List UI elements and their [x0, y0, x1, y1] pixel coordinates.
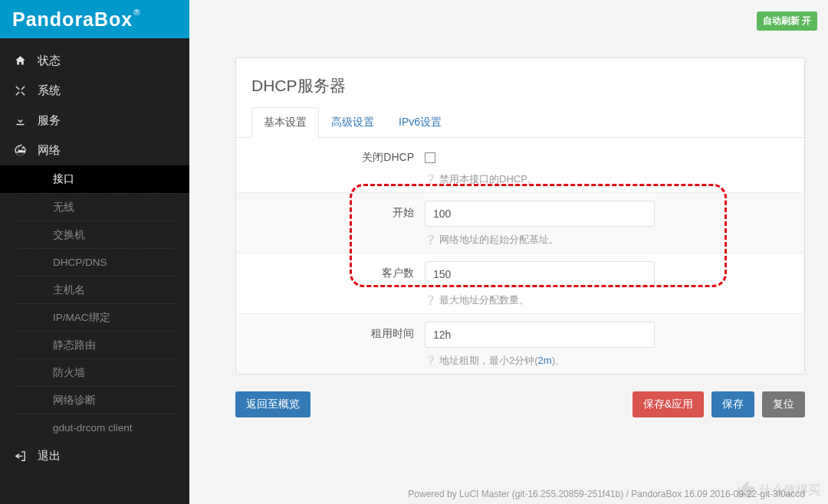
home-icon [14, 54, 27, 67]
footer-text: Powered by LuCI Master (git-16.255.20859… [408, 489, 805, 499]
globe-icon [14, 144, 27, 157]
label-start: 开始 [259, 201, 425, 220]
subnav-dhcp-dns[interactable]: DHCP/DNS [15, 248, 176, 276]
hint-disable: ❔禁用本接口的DHCP。 [425, 172, 781, 186]
subnav-firewall[interactable]: 防火墙 [15, 358, 176, 386]
sidebar: PandoraBox® 状态 系统 服务 网络 接口 无线 交换机 [0, 0, 189, 504]
actions: 返回至概览 保存&应用 保存 复位 [235, 391, 805, 417]
reset-button[interactable]: 复位 [762, 391, 805, 417]
subnav-wireless[interactable]: 无线 [15, 193, 176, 221]
tabs: 基本设置 高级设置 IPv6设置 [236, 107, 804, 138]
nav-services-label: 服务 [38, 113, 61, 128]
logo-bar[interactable]: PandoraBox® [0, 0, 189, 38]
save-apply-button[interactable]: 保存&应用 [632, 391, 704, 417]
subnav-ip-mac[interactable]: IP/MAC绑定 [15, 303, 176, 331]
panel-title: DHCP服务器 [236, 58, 804, 107]
download-icon [14, 114, 27, 127]
nav: 状态 系统 服务 网络 接口 无线 交换机 DHCP/DNS 主机名 IP/MA… [0, 38, 189, 504]
lease-link[interactable]: 2m [538, 355, 552, 366]
auto-refresh-button[interactable]: 自动刷新 开 [757, 11, 817, 31]
tools-icon [14, 84, 27, 97]
label-disable-dhcp: 关闭DHCP [259, 146, 425, 165]
brand-name: PandoraBox® [12, 8, 140, 31]
nav-status-label: 状态 [38, 54, 61, 68]
label-lease: 租用时间 [259, 322, 425, 341]
help-icon: ❔ [425, 355, 436, 366]
subnav-switch[interactable]: 交换机 [15, 221, 176, 248]
nav-system[interactable]: 系统 [0, 76, 189, 106]
subnav-diagnostics[interactable]: 网络诊断 [15, 386, 176, 414]
subnav-network: 接口 无线 交换机 DHCP/DNS 主机名 IP/MAC绑定 静态路由 防火墙… [0, 165, 189, 441]
logout-icon [14, 450, 27, 463]
subnav-gdut-drcom[interactable]: gdut-drcom client [15, 414, 176, 441]
subnav-interfaces[interactable]: 接口 [0, 165, 189, 193]
nav-status[interactable]: 状态 [0, 46, 189, 76]
tab-advanced[interactable]: 高级设置 [319, 107, 386, 138]
nav-network-label: 网络 [38, 143, 61, 158]
main: 自动刷新 开 DHCP服务器 基本设置 高级设置 IPv6设置 关闭DHCP ❔… [189, 0, 828, 504]
hint-limit: ❔最大地址分配数量。 [425, 293, 781, 307]
tab-ipv6[interactable]: IPv6设置 [386, 107, 454, 138]
help-icon: ❔ [425, 174, 436, 185]
nav-system-label: 系统 [38, 83, 61, 98]
nav-logout[interactable]: 退出 [0, 441, 189, 471]
subnav-hostname[interactable]: 主机名 [15, 276, 176, 303]
nav-logout-label: 退出 [38, 449, 61, 463]
back-button[interactable]: 返回至概览 [235, 391, 310, 417]
nav-services[interactable]: 服务 [0, 106, 189, 136]
start-input[interactable] [425, 201, 655, 227]
disable-dhcp-checkbox[interactable] [425, 152, 435, 163]
lease-input[interactable] [425, 322, 655, 348]
form: 关闭DHCP ❔禁用本接口的DHCP。 开始 ❔网络地址的起始分配基址。 客户数 [236, 138, 804, 374]
limit-input[interactable] [425, 261, 655, 287]
subnav-static-route[interactable]: 静态路由 [15, 331, 176, 358]
nav-network[interactable]: 网络 [0, 136, 189, 165]
help-icon: ❔ [425, 234, 436, 245]
hint-start: ❔网络地址的起始分配基址。 [425, 233, 781, 247]
hint-lease: ❔地址租期，最小2分钟(2m)。 [425, 354, 781, 368]
help-icon: ❔ [425, 295, 436, 306]
tab-basic[interactable]: 基本设置 [251, 107, 319, 138]
save-button[interactable]: 保存 [711, 391, 754, 417]
dhcp-panel: DHCP服务器 基本设置 高级设置 IPv6设置 关闭DHCP ❔禁用本接口的D… [235, 57, 805, 375]
label-limit: 客户数 [259, 261, 425, 280]
